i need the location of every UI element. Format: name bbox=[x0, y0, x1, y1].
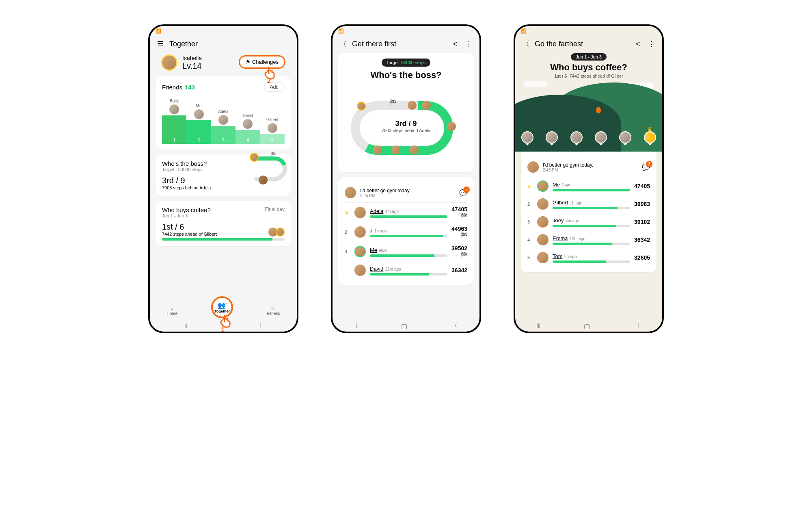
target-pill: Target 50000 steps bbox=[382, 59, 431, 67]
scroll-content[interactable]: Jun 1 - Jun 3 Who buys coffee? 1st / 6 7… bbox=[515, 53, 662, 323]
msg-text: I'd better go gym today. bbox=[360, 188, 410, 193]
friends-card[interactable]: Friends 143 Add Baily1Me2Adela3David4Gil… bbox=[155, 76, 291, 150]
ranking-row[interactable]: 2 J 1h ago 44963 🏁 bbox=[345, 222, 467, 242]
race-track: 🏁 3rd / 9 7903 steps behind Adela bbox=[345, 85, 467, 167]
friends-count: 143 bbox=[185, 84, 195, 91]
rank-avatar bbox=[354, 226, 366, 238]
challenge-card-coffee[interactable]: Final day Who buys coffee? Jun 1 - Jun 3… bbox=[155, 201, 291, 246]
status-bar: 📶 bbox=[333, 26, 479, 35]
appbar: ☰ Together bbox=[150, 35, 297, 53]
ranking-list: ♛ Adela 4m ago 47405 🏁 2 J 1h ago 44963 … bbox=[345, 203, 467, 279]
msg-avatar bbox=[527, 161, 539, 173]
scroll-content[interactable]: Isabella Lv.14 ⚑ Challenges 2 Friends 14… bbox=[150, 53, 297, 312]
rank-avatar bbox=[354, 207, 366, 218]
annotation-number-2: 2 bbox=[267, 77, 271, 85]
rank-avatar bbox=[537, 252, 549, 263]
balloon-icon bbox=[596, 107, 601, 113]
back-icon[interactable]: 〈 bbox=[521, 39, 531, 49]
msg-avatar bbox=[345, 187, 356, 198]
back-icon[interactable]: 〈 bbox=[634, 322, 640, 330]
appbar: 〈 Go the farthest < ⋮ bbox=[515, 35, 662, 53]
friends-label: Friends bbox=[162, 84, 182, 91]
ranking-row[interactable]: 4 Emma 12m ago 36342 bbox=[527, 231, 650, 249]
home-icon[interactable]: ▢ bbox=[584, 322, 590, 330]
challenge-dates: Jun 1 - Jun 3 bbox=[162, 213, 285, 218]
more-icon[interactable]: ⋮ bbox=[464, 39, 474, 49]
ranking-row[interactable]: ♛ Me Now 47405 bbox=[527, 177, 650, 195]
rank-detail: 7903 steps behind Adela bbox=[382, 128, 431, 133]
appbar-title: Together bbox=[169, 40, 198, 48]
rank-avatar bbox=[354, 265, 366, 276]
wifi-icon: 📶 bbox=[521, 28, 527, 34]
challenge-rank: 1st / 6 bbox=[162, 222, 264, 232]
racer-avatar bbox=[391, 145, 400, 154]
racer-avatar bbox=[410, 145, 419, 154]
nav-home[interactable]: ⌂ Home bbox=[167, 306, 178, 316]
ranking-row[interactable]: ♛ Adela 4m ago 47405 🏁 bbox=[345, 203, 467, 222]
challenge-detail: 7442 steps ahead of Gilbert bbox=[162, 232, 264, 237]
nav-fitness[interactable]: ▷ Fitness bbox=[267, 306, 280, 316]
together-icon: 👥• bbox=[218, 302, 227, 309]
racer-avatar bbox=[408, 101, 417, 110]
chat-icon[interactable]: 💬3 bbox=[459, 189, 467, 197]
challenges-button[interactable]: ⚑ Challenges bbox=[239, 55, 285, 69]
status-bar: 📶 bbox=[150, 26, 297, 35]
chat-icon[interactable]: 💬3 bbox=[642, 163, 650, 171]
user-avatar[interactable] bbox=[161, 54, 177, 71]
rank-avatar bbox=[537, 180, 549, 192]
ranking-row[interactable]: 3 Joey 4m ago 39102 bbox=[527, 213, 650, 231]
rank-avatar bbox=[354, 246, 366, 257]
latest-message[interactable]: I'd better go gym today. 2:45 PM 💬3 bbox=[527, 157, 650, 177]
rank-avatar bbox=[537, 216, 549, 228]
menu-icon[interactable]: ☰ bbox=[155, 39, 165, 49]
more-icon[interactable]: ⋮ bbox=[647, 39, 657, 49]
phone-together: 📶 ☰ Together Isabella Lv.14 ⚑ Challenges… bbox=[148, 24, 298, 333]
msg-text: I'd better go gym today. bbox=[543, 162, 593, 168]
share-icon[interactable]: < bbox=[450, 39, 460, 49]
nav-together[interactable]: 👥• Together 1 bbox=[211, 304, 233, 318]
system-nav: ⦀ ▢ 〈 bbox=[333, 321, 479, 331]
flag-icon: ⚑ bbox=[246, 59, 251, 65]
appbar-title: Get there first bbox=[352, 40, 396, 48]
back-icon[interactable]: 〈 bbox=[256, 322, 262, 330]
final-day-label: Final day bbox=[265, 206, 285, 212]
msg-time: 2:45 PM bbox=[360, 193, 455, 198]
ranking-row[interactable]: 5 Tom 2h ago 32605 bbox=[527, 249, 650, 267]
racer-avatar bbox=[447, 122, 456, 131]
back-icon[interactable]: 〈 bbox=[338, 39, 348, 49]
rank-avatar bbox=[537, 234, 549, 245]
challenge-big-title: Who's the boss? bbox=[345, 70, 467, 80]
recents-icon[interactable]: ⦀ bbox=[354, 322, 357, 330]
participant-avatar bbox=[276, 228, 285, 237]
back-icon[interactable]: 〈 bbox=[451, 322, 458, 330]
share-icon[interactable]: < bbox=[633, 39, 643, 49]
fitness-icon: ▷ bbox=[272, 306, 275, 310]
challenge-detail: 7903 steps behind Adela bbox=[162, 185, 285, 190]
scroll-content[interactable]: Target 50000 steps Who's the boss? 🏁 bbox=[333, 53, 479, 323]
leaderboard-bar: David4 bbox=[235, 113, 260, 144]
leaderboard-bar: Adela3 bbox=[211, 109, 235, 144]
rank-line: 1st / 6 bbox=[554, 74, 567, 78]
recents-icon[interactable]: ⦀ bbox=[184, 322, 187, 330]
home-icon[interactable]: ▢ bbox=[401, 322, 407, 330]
bottom-nav: ⌂ Home 👥• Together 1 ▷ Fitness bbox=[150, 301, 297, 321]
appbar: 〈 Get there first < ⋮ bbox=[333, 35, 479, 53]
user-level: Lv.14 bbox=[182, 61, 202, 71]
participants-pins: ♛ bbox=[515, 131, 662, 148]
leaderboard-card[interactable]: I'd better go gym today. 2:45 PM 💬3 ♛ Me… bbox=[521, 152, 657, 272]
leaderboard-bar: Gilbert5 bbox=[260, 117, 285, 144]
user-name: Isabella bbox=[182, 55, 202, 61]
ranking-row[interactable]: 2 Gilbert 1h ago 39963 bbox=[527, 195, 650, 213]
leaderboard-card[interactable]: I'd better go gym today. 2:45 PM 💬3 ♛ Ad… bbox=[338, 177, 474, 285]
wifi-icon: 📶 bbox=[338, 28, 344, 34]
home-icon: ⌂ bbox=[171, 306, 173, 310]
wifi-icon: 📶 bbox=[155, 28, 161, 34]
latest-message[interactable]: I'd better go gym today. 2:45 PM 💬3 bbox=[345, 183, 467, 203]
ranking-row[interactable]: 3 Me Now 39502 🏁 bbox=[345, 242, 467, 261]
ranking-row[interactable]: David 22m ago 36342 bbox=[345, 261, 467, 279]
recents-icon[interactable]: ⦀ bbox=[537, 322, 540, 330]
racer-avatar bbox=[373, 145, 382, 154]
friends-leaderboard: Baily1Me2Adela3David4Gilbert5 bbox=[162, 95, 285, 144]
system-nav: ⦀ 〈 bbox=[150, 321, 297, 331]
challenge-card-boss[interactable]: Who's the boss? Target : 50000 steps 3rd… bbox=[155, 154, 291, 196]
